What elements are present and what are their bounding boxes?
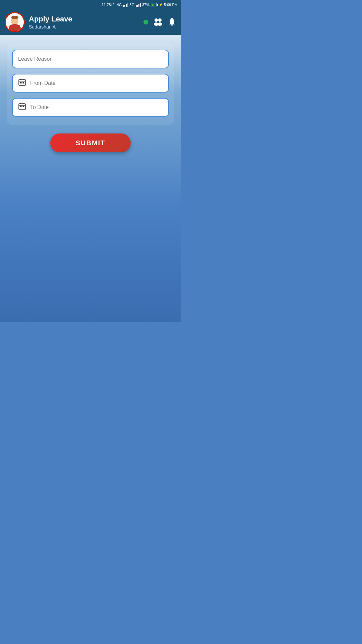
network-speed: 11.78k/s xyxy=(102,3,116,7)
app-header: Apply Leave Sudarshan A xyxy=(0,9,181,35)
notification-button[interactable] xyxy=(168,17,176,27)
svg-rect-12 xyxy=(171,18,173,19)
avatar xyxy=(5,12,25,32)
network-type-4g: 4G xyxy=(117,3,122,7)
battery-percentage: 37% xyxy=(142,3,149,7)
header-title-block: Apply Leave Sudarshan A xyxy=(29,15,139,30)
status-bar: 11.78k/s 4G 3G 37% ⚡ 5:09 PM xyxy=(0,0,181,9)
svg-rect-23 xyxy=(23,84,24,84)
bell-icon xyxy=(168,17,176,27)
submit-button[interactable]: SUBMIT xyxy=(50,133,131,152)
svg-point-6 xyxy=(9,24,20,28)
svg-rect-22 xyxy=(21,84,22,84)
group-icon xyxy=(153,17,163,27)
svg-rect-28 xyxy=(20,106,21,107)
to-date-calendar-icon xyxy=(18,102,26,112)
svg-rect-19 xyxy=(21,82,22,83)
user-name: Sudarshan A xyxy=(29,24,139,30)
svg-rect-20 xyxy=(23,82,24,83)
battery-icon: ⚡ xyxy=(151,3,163,6)
signal-3g-icon xyxy=(136,3,141,7)
svg-rect-32 xyxy=(21,108,22,108)
page-title: Apply Leave xyxy=(29,15,139,23)
svg-rect-30 xyxy=(23,106,24,107)
svg-point-13 xyxy=(171,24,173,26)
from-date-calendar-icon xyxy=(18,78,26,88)
signal-4g-icon xyxy=(123,3,128,7)
from-date-input[interactable] xyxy=(30,80,163,86)
svg-rect-29 xyxy=(21,106,22,107)
to-date-field[interactable] xyxy=(12,98,169,117)
header-actions xyxy=(143,17,176,27)
from-date-field[interactable] xyxy=(12,74,169,93)
form-card xyxy=(7,43,174,125)
svg-rect-33 xyxy=(23,108,24,108)
svg-rect-31 xyxy=(20,108,21,108)
to-date-input[interactable] xyxy=(30,104,163,110)
svg-rect-18 xyxy=(20,82,21,83)
main-content: SUBMIT xyxy=(0,35,181,322)
time: 5:09 PM xyxy=(164,3,178,7)
leave-reason-field[interactable] xyxy=(12,50,169,68)
avatar-image xyxy=(6,13,23,31)
switch-user-button[interactable] xyxy=(153,17,163,27)
svg-rect-21 xyxy=(20,84,21,84)
online-status-dot xyxy=(143,20,148,24)
network-type-3g: 3G xyxy=(129,3,134,7)
leave-reason-input[interactable] xyxy=(18,56,163,62)
svg-point-5 xyxy=(11,16,18,19)
